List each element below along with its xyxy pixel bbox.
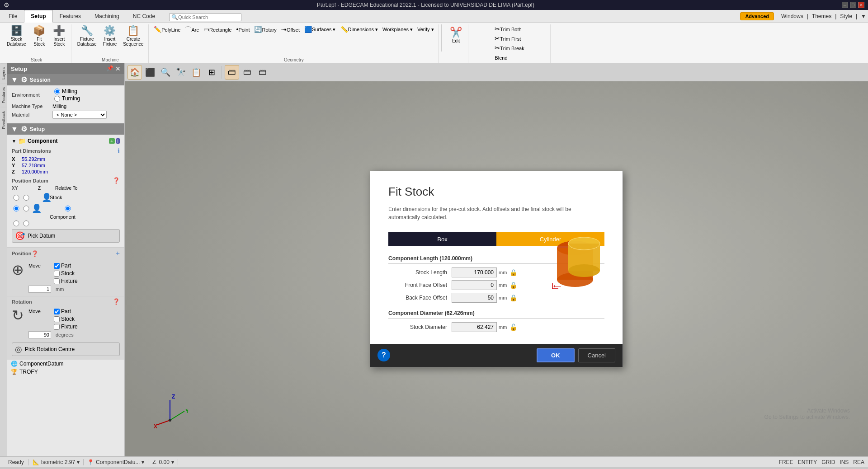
dialog-ok-button[interactable]: OK <box>537 348 575 362</box>
point-button[interactable]: • Point <box>235 25 251 34</box>
insert-fixture-button[interactable]: ⚙️ InsertFixture <box>101 24 119 48</box>
stock-database-button[interactable]: 🗄️ StockDatabase <box>5 24 28 48</box>
svg-point-16 <box>568 264 600 277</box>
section-session-header[interactable]: ▼ ⚙ Session <box>7 74 124 85</box>
themes-menu[interactable]: Themes <box>812 13 831 19</box>
dialog-footer: ? OK Cancel <box>370 344 623 367</box>
stock-move-checkbox[interactable] <box>54 271 60 277</box>
z-r3[interactable] <box>22 220 31 226</box>
dialog-cancel-button[interactable]: Cancel <box>578 348 615 362</box>
front-face-lock-icon[interactable]: 🔒 <box>509 281 517 289</box>
component-info-btn[interactable]: i <box>116 138 120 144</box>
rotation-help-icon[interactable]: ❓ <box>113 298 120 305</box>
tab-file[interactable]: File <box>2 10 24 23</box>
part-dims-info-icon[interactable]: ℹ <box>118 147 120 155</box>
xy-r2[interactable] <box>12 206 21 211</box>
fixture-move-checkbox[interactable] <box>54 278 60 284</box>
rectangle-button[interactable]: ▭ Rectangle <box>202 25 233 34</box>
stock-diameter-input[interactable] <box>452 322 497 332</box>
tree-item-componentdatum[interactable]: 🌐 ComponentDatum <box>7 360 124 368</box>
z-r1[interactable] <box>22 195 31 201</box>
part-move-checkbox[interactable] <box>54 263 60 269</box>
style-menu[interactable]: Style <box>840 13 852 19</box>
tab-features[interactable]: Features <box>53 10 88 23</box>
polyline-button[interactable]: ✏️ PolyLine <box>152 25 182 34</box>
back-face-offset-input[interactable] <box>452 293 497 303</box>
close-button[interactable]: ✕ <box>858 2 864 8</box>
move-value-input[interactable] <box>28 286 51 293</box>
rot-stock-check[interactable] <box>54 316 60 322</box>
xy-r3[interactable] <box>12 220 21 226</box>
3d-view-btn-1[interactable]: 🗃 <box>225 65 239 80</box>
fit-stock-button[interactable]: 📦 FitStock <box>30 24 48 48</box>
maximize-button[interactable]: □ <box>850 2 856 8</box>
angle-dropdown[interactable]: ∠ 0.00 ▾ <box>148 459 178 465</box>
trim-break-button[interactable]: ✂ Trim Break <box>493 43 525 52</box>
rotary-button[interactable]: 🔄 Rotary <box>253 25 278 34</box>
datum-dropdown[interactable]: 📍 ComponentDatu... ▾ <box>84 459 148 465</box>
3d-view-btn-2[interactable]: 🗃 <box>240 65 255 80</box>
advanced-button[interactable]: Advanced <box>740 12 774 20</box>
edit-button[interactable]: ✂️ Edit <box>447 26 465 45</box>
position-add-icon[interactable]: + <box>116 249 120 258</box>
tab-nccode[interactable]: NC Code <box>126 10 162 23</box>
surfaces-button[interactable]: 🟦 Surfaces ▾ <box>303 24 337 34</box>
workplanes-button[interactable]: Workplanes ▾ <box>381 24 414 34</box>
windows-menu[interactable]: Windows <box>781 13 803 19</box>
front-face-offset-input[interactable] <box>452 280 497 290</box>
stock-length-input[interactable] <box>452 267 497 277</box>
env-turning-radio[interactable] <box>54 96 60 102</box>
stock-diameter-lock-icon[interactable]: 🔓 <box>509 324 517 331</box>
tab-machining[interactable]: Machining <box>88 10 126 23</box>
tab-setup[interactable]: Setup <box>24 10 52 23</box>
add-component-btn[interactable]: + <box>109 138 114 144</box>
fit-view-btn[interactable]: 🔍 <box>158 65 173 80</box>
comp-radio[interactable] <box>50 206 86 211</box>
rotation-value-input[interactable] <box>28 331 51 338</box>
blend-button[interactable]: Blend <box>493 53 525 62</box>
extra-menu[interactable]: ▼ <box>861 13 866 19</box>
pick-datum-button[interactable]: 🎯 Pick Datum <box>12 229 120 243</box>
insert-stock-button[interactable]: ➕ InsertStock <box>50 24 68 48</box>
vtab-features[interactable]: Features <box>0 83 7 107</box>
trim-first-button[interactable]: ✂ Trim First <box>493 34 525 43</box>
pick-rotation-button[interactable]: ◎ Pick Rotation Centre <box>12 342 120 356</box>
rotate-view-btn[interactable]: 🔭 <box>174 65 188 80</box>
minimize-button[interactable]: ─ <box>842 2 848 8</box>
rot-fixture-check[interactable] <box>54 324 60 330</box>
material-select[interactable]: < None > <box>52 111 107 119</box>
setup-body: ▼ 📁 Component + i Part Dimensions ℹ X 55… <box>7 135 124 247</box>
tree-icon-1: 🌐 <box>11 361 18 367</box>
dialog-help-button[interactable]: ? <box>377 349 390 361</box>
front-view-btn[interactable]: ⬛ <box>143 65 157 80</box>
dimensions-button[interactable]: 📏 Dimensions ▾ <box>339 24 380 34</box>
vtab-layers[interactable]: Layers <box>0 63 7 83</box>
section-setup-header[interactable]: ▼ ⚙ Setup <box>7 123 124 135</box>
fixture-database-button[interactable]: 🔧 FixtureDatabase <box>75 24 99 48</box>
sidebar-close-btn[interactable]: ✕ <box>115 65 121 72</box>
arc-button[interactable]: ⌒ Arc <box>184 25 200 34</box>
env-milling-radio[interactable] <box>54 89 60 94</box>
tree-item-trofy[interactable]: 🏆 TROFY <box>7 368 124 376</box>
offset-button[interactable]: ⇢ Offset <box>280 25 301 34</box>
grid-view-btn[interactable]: ⊞ <box>204 65 219 80</box>
list-view-btn[interactable]: 📋 <box>189 65 203 80</box>
trim-both-button[interactable]: ✂ Trim Both <box>493 24 525 33</box>
z-r2[interactable] <box>22 206 31 211</box>
sidebar-pin-btn[interactable]: 📌 <box>107 65 113 72</box>
view-dropdown[interactable]: 📐 Isometric 2.97 ▾ <box>29 459 84 465</box>
vtab-feedback[interactable]: Feedback <box>0 107 7 133</box>
position-help-icon[interactable]: ❓ <box>31 250 38 257</box>
tab-box-button[interactable]: Box <box>388 232 496 246</box>
pos-datum-help-icon[interactable]: ❓ <box>113 177 120 184</box>
viewport[interactable]: Z Y X Activate Windows Go to Settings to… <box>125 81 868 456</box>
verify-button[interactable]: Verify ▾ <box>416 24 435 34</box>
rot-part-check[interactable] <box>54 309 60 314</box>
stock-length-lock-icon[interactable]: 🔒 <box>509 269 517 276</box>
xy-r1[interactable] <box>12 195 21 201</box>
back-face-lock-icon[interactable]: 🔒 <box>509 294 517 301</box>
create-sequence-button[interactable]: 📋 CreateSequence <box>121 24 146 48</box>
3d-view-btn-3[interactable]: 🗃 <box>255 65 270 80</box>
quick-search-input[interactable] <box>178 14 232 20</box>
home-view-btn[interactable]: 🏠 <box>127 65 142 80</box>
